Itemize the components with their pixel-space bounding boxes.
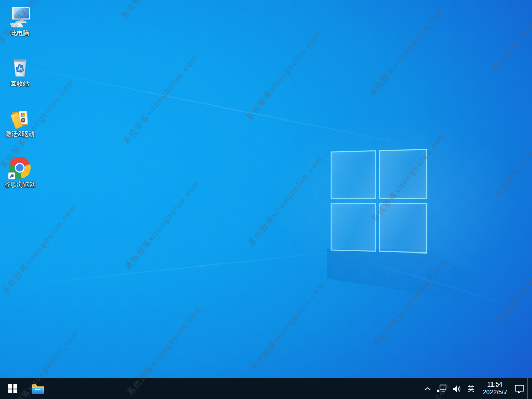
wallpaper-logo-shadow (327, 249, 532, 353)
desktop[interactable]: 此电脑 (0, 0, 532, 378)
desktop-icon-label: 此电脑 (10, 30, 29, 37)
clock[interactable]: 11:54 2022/5/7 (478, 378, 512, 399)
action-center-button[interactable] (512, 378, 527, 399)
desktop-icon-chrome[interactable]: 谷歌浏览器 (0, 155, 39, 206)
file-explorer-icon (31, 383, 44, 394)
taskbar: 英 11:54 2022/5/7 (0, 378, 532, 399)
shortcut-arrow-overlay (8, 172, 15, 179)
ethernet-network-icon (436, 384, 447, 393)
desktop-icon-this-pc[interactable]: 此电脑 (0, 4, 39, 55)
speaker-icon (452, 385, 461, 393)
show-desktop-button[interactable] (527, 378, 532, 399)
recycle-bin-icon (7, 55, 32, 79)
system-tray: 英 11:54 2022/5/7 (421, 378, 532, 399)
clock-time: 11:54 (487, 381, 502, 389)
windows-logo-pane (331, 150, 376, 200)
desktop-icon-label: 激活&驱动 (5, 130, 34, 138)
tray-overflow-button[interactable] (421, 378, 434, 399)
desktop-icon-label: 谷歌浏览器 (4, 181, 35, 188)
desktop-icon-activation-drivers[interactable]: 激活&驱动 (0, 105, 39, 155)
windows-logo-pane (379, 203, 427, 254)
desktop-icon-label: 回收站 (10, 80, 29, 87)
chrome-icon (7, 155, 32, 180)
ime-indicator[interactable]: 英 (464, 378, 478, 399)
wallpaper-light-ray (0, 58, 469, 157)
folder-icon (7, 105, 32, 130)
wallpaper-light-ray (0, 244, 403, 290)
clock-date: 2022/5/7 (483, 389, 507, 396)
network-button[interactable] (434, 378, 449, 399)
windows-logo-pane (331, 203, 376, 252)
windows-logo-pane (379, 149, 427, 200)
windows-logo-wallpaper (331, 149, 427, 253)
start-button[interactable] (0, 378, 25, 399)
windows-start-icon (8, 384, 17, 393)
volume-button[interactable] (449, 378, 464, 399)
this-pc-icon (7, 4, 32, 29)
action-center-icon (514, 384, 525, 393)
wallpaper-light-ray (312, 244, 532, 316)
desktop-icon-column: 此电脑 (0, 4, 39, 206)
chevron-up-icon (424, 386, 431, 391)
file-explorer-button[interactable] (25, 378, 50, 399)
desktop-icon-recycle-bin[interactable]: 回收站 (0, 55, 39, 105)
